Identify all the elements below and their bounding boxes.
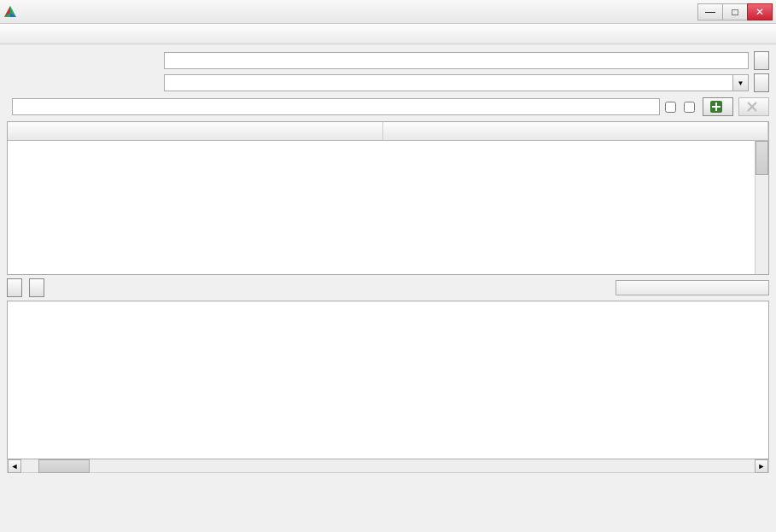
remove-entry-button [738, 97, 769, 116]
col-value[interactable] [383, 122, 768, 140]
build-input[interactable] [164, 74, 733, 91]
browse-build-button[interactable] [754, 73, 769, 92]
search-input[interactable] [12, 98, 660, 115]
browse-source-button[interactable] [754, 51, 769, 70]
close-button[interactable]: ✕ [747, 3, 773, 20]
scroll-right-icon[interactable]: ► [755, 459, 768, 473]
menu-options[interactable] [41, 32, 58, 36]
log-hscrollbar[interactable]: ◄ ► [7, 459, 769, 473]
progress-bar [616, 280, 769, 295]
add-entry-button[interactable] [703, 97, 733, 116]
maximize-button[interactable]: □ [722, 3, 748, 20]
menu-tools[interactable] [24, 32, 41, 36]
table-scrollbar[interactable] [755, 141, 768, 274]
menu-file[interactable] [7, 32, 24, 36]
minimize-button[interactable]: — [697, 3, 723, 20]
build-dropdown-icon[interactable]: ▼ [733, 74, 749, 91]
plus-icon [710, 101, 722, 113]
menubar [0, 24, 776, 44]
cmake-icon [3, 5, 17, 19]
configure-button[interactable] [7, 278, 22, 297]
grouped-checkbox[interactable] [665, 102, 679, 113]
titlebar: — □ ✕ [0, 0, 776, 24]
scroll-left-icon[interactable]: ◄ [8, 459, 21, 473]
cache-table [7, 121, 769, 275]
output-log[interactable] [7, 301, 769, 459]
col-name[interactable] [8, 122, 383, 140]
source-input[interactable] [164, 52, 749, 69]
advanced-checkbox[interactable] [684, 102, 697, 113]
x-icon [746, 101, 758, 113]
menu-help[interactable] [58, 32, 75, 36]
generate-button[interactable] [29, 278, 44, 297]
